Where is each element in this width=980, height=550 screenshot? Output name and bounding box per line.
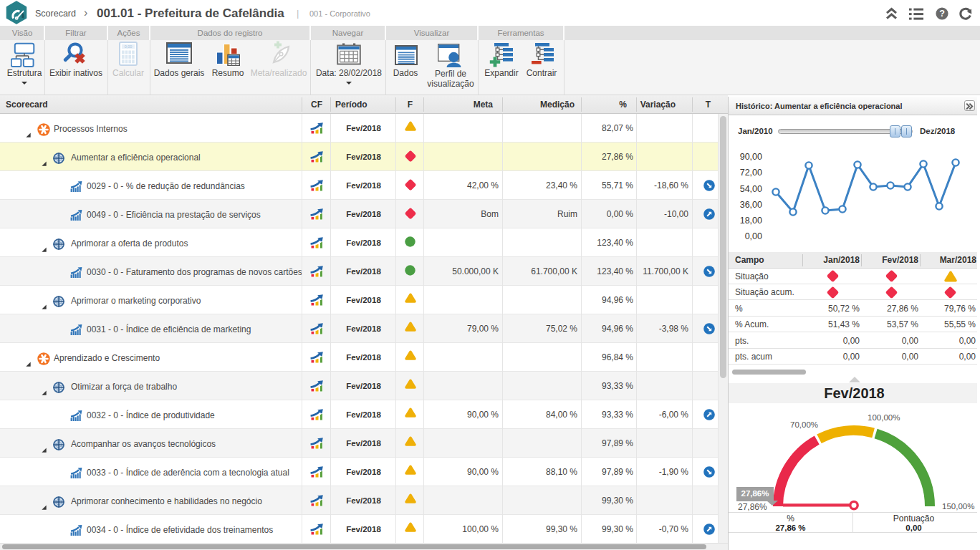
svg-text:?: ? xyxy=(939,9,945,19)
svg-text:0,00: 0,00 xyxy=(125,44,133,49)
